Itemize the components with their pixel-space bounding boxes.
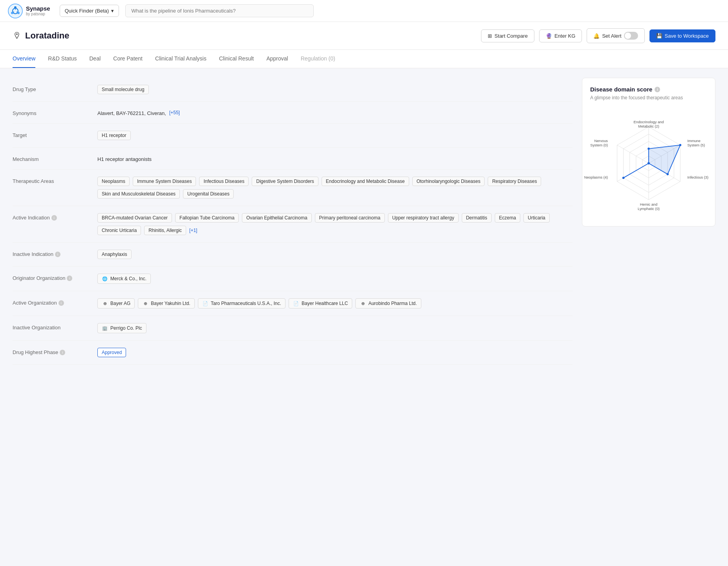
radar-point-endocrinology xyxy=(648,148,650,150)
logo-subtitle: by patsnap xyxy=(26,12,50,16)
compare-icon: ⊞ xyxy=(488,33,492,39)
perrigo-icon: 🏢 xyxy=(102,325,108,331)
svg-text:Lymphatic (0): Lymphatic (0) xyxy=(638,207,660,211)
alert-toggle[interactable] xyxy=(624,32,638,40)
active-indication-tag: Rhinitis, Allergic xyxy=(144,226,186,235)
enter-kg-label: Enter KG xyxy=(554,33,575,39)
therapeutic-areas-row: Therapeutic Areas NeoplasmsImmune System… xyxy=(13,170,573,206)
start-compare-button[interactable]: ⊞ Start Compare xyxy=(481,29,534,42)
quick-finder-button[interactable]: Quick Finder (Beta) ▾ xyxy=(60,5,119,17)
svg-point-3 xyxy=(17,12,20,14)
org-icon: ⊕ xyxy=(142,300,148,307)
radar-label-infectious: Infectious (3) xyxy=(687,175,708,179)
therapeutic-areas-label: Therapeutic Areas xyxy=(13,177,91,184)
logo: Synapse by patsnap xyxy=(8,4,50,18)
active-org-label: Active Organization i xyxy=(13,298,91,306)
tab-deal[interactable]: Deal xyxy=(90,50,101,68)
target-value: H1 receptor xyxy=(97,131,573,140)
inactive-org-value: 🏢 Perrigo Co. Plc xyxy=(97,323,573,333)
therapeutic-area-tag: Otorhinolaryngologic Diseases xyxy=(412,177,485,186)
drug-phase-row: Drug Highest Phase i Approved xyxy=(13,341,573,365)
start-compare-label: Start Compare xyxy=(494,33,528,39)
drug-phase-value: Approved xyxy=(97,348,573,357)
org-icon: ⊕ xyxy=(102,300,108,307)
inactive-org-name: Perrigo Co. Plc xyxy=(110,325,142,331)
disease-panel: Disease domain score i A glimpse into th… xyxy=(582,78,715,226)
tab-core-patent[interactable]: Core Patent xyxy=(113,50,143,68)
inactive-indication-info-icon[interactable]: i xyxy=(55,252,60,257)
search-input[interactable] xyxy=(125,4,314,17)
active-indication-tag: BRCA-mutated Ovarian Cancer xyxy=(97,213,172,223)
originator-org-info-icon[interactable]: i xyxy=(67,276,72,281)
disease-panel-info-icon[interactable]: i xyxy=(655,87,660,92)
radar-point-nervous xyxy=(648,162,650,164)
disease-panel-subtitle: A glimpse into the focused therapeutic a… xyxy=(590,95,707,100)
header-actions: ⊞ Start Compare 🔮 Enter KG 🔔 Set Alert 💾… xyxy=(481,28,715,43)
tab-overview[interactable]: Overview xyxy=(13,50,35,68)
svg-line-19 xyxy=(617,145,649,163)
active-indication-info-icon[interactable]: i xyxy=(51,215,57,221)
tab-rd-status[interactable]: R&D Status xyxy=(48,50,77,68)
mechanism-row: Mechanism H1 receptor antagonists xyxy=(13,148,573,170)
active-indication-tag: Ovarian Epithelial Carcinoma xyxy=(242,213,311,223)
org-icon: ⊕ xyxy=(360,300,366,307)
radar-point-infectious xyxy=(666,173,669,175)
therapeutic-area-tag: Immune System Diseases xyxy=(133,177,196,186)
main-content: Drug Type Small molecule drug Synonyms A… xyxy=(13,78,573,365)
org-icon: 📄 xyxy=(202,300,209,307)
set-alert-button[interactable]: 🔔 Set Alert xyxy=(587,28,644,43)
drug-pin-icon xyxy=(13,31,21,40)
svg-point-8 xyxy=(16,33,18,35)
drug-title: Loratadine xyxy=(25,31,69,41)
enter-kg-button[interactable]: 🔮 Enter KG xyxy=(539,29,582,42)
svg-text:Metabolic (2): Metabolic (2) xyxy=(638,124,659,128)
synonyms-more[interactable]: [+55] xyxy=(169,110,180,115)
therapeutic-area-tag: Digestive System Disorders xyxy=(252,177,318,186)
save-workspace-button[interactable]: 💾 Save to Workspace xyxy=(649,29,715,42)
active-indication-row: Active Indication i BRCA-mutated Ovarian… xyxy=(13,206,573,243)
mechanism-value: H1 receptor antagonists xyxy=(97,155,573,162)
inactive-indication-row: Inactive Indication i Anaphylaxis xyxy=(13,243,573,267)
svg-line-7 xyxy=(13,12,15,12)
active-indication-more[interactable]: [+1] xyxy=(189,228,197,233)
active-indication-tag: Upper respiratory tract allergy xyxy=(388,213,459,223)
radar-chart: Endocrinology and Metabolic (2) Immune S… xyxy=(594,112,704,214)
active-org-info-icon[interactable]: i xyxy=(59,300,64,306)
radar-chart-container: Endocrinology and Metabolic (2) Immune S… xyxy=(590,108,707,218)
tab-clinical-result[interactable]: Clinical Result xyxy=(219,50,254,68)
active-org-value: ⊕Bayer AG⊕Bayer Yakuhin Ltd.📄Taro Pharma… xyxy=(97,298,573,309)
active-indication-tag: Urticaria xyxy=(523,213,550,223)
merck-icon: 🌐 xyxy=(102,276,108,282)
inactive-org-row: Inactive Organization 🏢 Perrigo Co. Plc xyxy=(13,316,573,341)
mechanism-label: Mechanism xyxy=(13,155,91,162)
svg-text:System (5): System (5) xyxy=(687,143,705,147)
radar-label-neoplasms: Neoplasms (4) xyxy=(584,175,608,179)
inactive-indication-tag: Anaphylaxis xyxy=(97,250,132,259)
radar-point-neoplasms xyxy=(622,177,625,179)
tab-approval[interactable]: Approval xyxy=(266,50,288,68)
logo-title: Synapse xyxy=(26,5,50,12)
active-org-tag: ⊕Bayer Yakuhin Ltd. xyxy=(138,298,194,309)
drug-type-label: Drug Type xyxy=(13,85,91,92)
synonyms-text: Alavert, BAY-762211, Civeran, xyxy=(97,109,166,116)
active-indication-tag: Eczema xyxy=(495,213,520,223)
originator-org-value: 🌐 Merck & Co., Inc. xyxy=(97,274,573,284)
inactive-org-tag: 🏢 Perrigo Co. Plc xyxy=(97,323,146,333)
save-icon: 💾 xyxy=(656,33,662,39)
tab-regulation[interactable]: Regulation (0) xyxy=(301,50,335,68)
active-org-tag: ⊕Bayer AG xyxy=(97,298,135,309)
svg-point-2 xyxy=(14,6,16,9)
drug-phase-info-icon[interactable]: i xyxy=(60,350,65,355)
disease-panel-title: Disease domain score i xyxy=(590,86,707,93)
drug-phase-tag: Approved xyxy=(97,348,126,357)
radar-data-polygon xyxy=(624,145,680,178)
therapeutic-area-tag: Urogenital Diseases xyxy=(183,189,234,199)
active-org-tag: 📄Bayer Healthcare LLC xyxy=(289,298,352,309)
drug-header: Loratadine ⊞ Start Compare 🔮 Enter KG 🔔 … xyxy=(0,22,728,50)
radar-label-hemic: Hemic and xyxy=(640,203,657,206)
originator-org-row: Originator Organization i 🌐 Merck & Co.,… xyxy=(13,267,573,291)
active-org-tag: ⊕Aurobindo Pharma Ltd. xyxy=(355,298,421,309)
active-indication-tag: Dermatitis xyxy=(462,213,492,223)
tab-clinical-trial[interactable]: Clinical Trial Analysis xyxy=(155,50,207,68)
active-org-tag: 📄Taro Pharmaceuticals U.S.A., Inc. xyxy=(198,298,285,309)
